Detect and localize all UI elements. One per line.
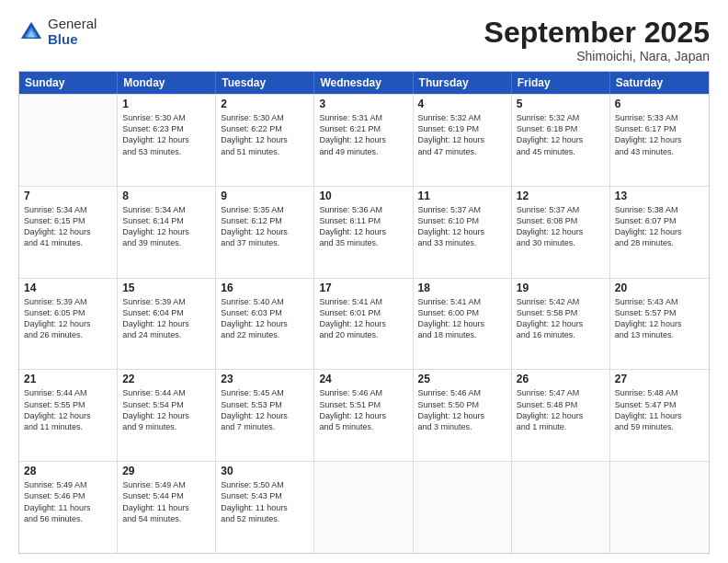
- cell-day-number: 9: [221, 190, 309, 202]
- cell-day-number: 29: [122, 465, 210, 477]
- cell-info: Sunrise: 5:46 AM Sunset: 5:50 PM Dayligh…: [418, 387, 506, 432]
- cell-day-number: 8: [122, 190, 210, 202]
- cell-day-number: 7: [24, 190, 112, 202]
- cell-day-number: 4: [418, 98, 506, 110]
- cell-day-number: 30: [221, 465, 309, 477]
- cell-day-number: 15: [122, 282, 210, 294]
- table-row: [610, 462, 709, 553]
- logo-blue: Blue: [48, 32, 97, 48]
- cell-day-number: 28: [24, 465, 112, 477]
- cell-day-number: 5: [517, 98, 605, 110]
- cell-day-number: 14: [24, 282, 112, 294]
- month-title: September 2025: [484, 17, 710, 49]
- cell-info: Sunrise: 5:47 AM Sunset: 5:48 PM Dayligh…: [517, 387, 605, 432]
- cell-info: Sunrise: 5:39 AM Sunset: 6:05 PM Dayligh…: [24, 296, 112, 341]
- cell-day-number: 27: [615, 373, 704, 385]
- table-row: 11Sunrise: 5:37 AM Sunset: 6:10 PM Dayli…: [414, 187, 512, 278]
- table-row: 22Sunrise: 5:44 AM Sunset: 5:54 PM Dayli…: [118, 370, 216, 461]
- cell-day-number: 16: [221, 282, 309, 294]
- table-row: 1Sunrise: 5:30 AM Sunset: 6:23 PM Daylig…: [118, 95, 216, 186]
- header-day-saturday: Saturday: [610, 72, 709, 94]
- header-day-thursday: Thursday: [414, 72, 512, 94]
- table-row: 12Sunrise: 5:37 AM Sunset: 6:08 PM Dayli…: [512, 187, 610, 278]
- table-row: 8Sunrise: 5:34 AM Sunset: 6:14 PM Daylig…: [118, 187, 216, 278]
- cell-info: Sunrise: 5:49 AM Sunset: 5:44 PM Dayligh…: [122, 479, 210, 524]
- table-row: 13Sunrise: 5:38 AM Sunset: 6:07 PM Dayli…: [610, 187, 709, 278]
- table-row: 14Sunrise: 5:39 AM Sunset: 6:05 PM Dayli…: [19, 279, 118, 370]
- calendar-row-1: 1Sunrise: 5:30 AM Sunset: 6:23 PM Daylig…: [19, 94, 709, 186]
- cell-day-number: 6: [615, 98, 704, 110]
- cell-day-number: 3: [319, 98, 407, 110]
- page: General Blue September 2025 Shimoichi, N…: [0, 0, 728, 563]
- header-day-friday: Friday: [512, 72, 610, 94]
- cell-day-number: 11: [418, 190, 506, 202]
- cell-info: Sunrise: 5:45 AM Sunset: 5:53 PM Dayligh…: [221, 387, 309, 432]
- logo-text: General Blue: [48, 17, 97, 47]
- table-row: 29Sunrise: 5:49 AM Sunset: 5:44 PM Dayli…: [118, 462, 216, 553]
- cell-day-number: 13: [615, 190, 704, 202]
- table-row: 4Sunrise: 5:32 AM Sunset: 6:19 PM Daylig…: [414, 95, 512, 186]
- cell-day-number: 18: [418, 282, 506, 294]
- header-day-monday: Monday: [118, 72, 216, 94]
- cell-info: Sunrise: 5:36 AM Sunset: 6:11 PM Dayligh…: [319, 204, 407, 249]
- calendar-row-2: 7Sunrise: 5:34 AM Sunset: 6:15 PM Daylig…: [19, 186, 709, 278]
- cell-day-number: 25: [418, 373, 506, 385]
- cell-info: Sunrise: 5:44 AM Sunset: 5:55 PM Dayligh…: [24, 387, 112, 432]
- cell-info: Sunrise: 5:46 AM Sunset: 5:51 PM Dayligh…: [319, 387, 407, 432]
- calendar-body: 1Sunrise: 5:30 AM Sunset: 6:23 PM Daylig…: [19, 94, 709, 553]
- table-row: 28Sunrise: 5:49 AM Sunset: 5:46 PM Dayli…: [19, 462, 118, 553]
- calendar: SundayMondayTuesdayWednesdayThursdayFrid…: [18, 71, 710, 554]
- table-row: 3Sunrise: 5:31 AM Sunset: 6:21 PM Daylig…: [314, 95, 413, 186]
- cell-info: Sunrise: 5:42 AM Sunset: 5:58 PM Dayligh…: [517, 296, 605, 341]
- table-row: 25Sunrise: 5:46 AM Sunset: 5:50 PM Dayli…: [414, 370, 512, 461]
- cell-info: Sunrise: 5:49 AM Sunset: 5:46 PM Dayligh…: [24, 479, 112, 524]
- table-row: [314, 462, 413, 553]
- table-row: 30Sunrise: 5:50 AM Sunset: 5:43 PM Dayli…: [216, 462, 314, 553]
- table-row: 21Sunrise: 5:44 AM Sunset: 5:55 PM Dayli…: [19, 370, 118, 461]
- cell-day-number: 24: [319, 373, 407, 385]
- cell-info: Sunrise: 5:37 AM Sunset: 6:08 PM Dayligh…: [517, 204, 605, 249]
- table-row: 16Sunrise: 5:40 AM Sunset: 6:03 PM Dayli…: [216, 279, 314, 370]
- cell-info: Sunrise: 5:40 AM Sunset: 6:03 PM Dayligh…: [221, 296, 309, 341]
- cell-day-number: 10: [319, 190, 407, 202]
- cell-day-number: 20: [615, 282, 704, 294]
- cell-day-number: 1: [122, 98, 210, 110]
- cell-info: Sunrise: 5:30 AM Sunset: 6:23 PM Dayligh…: [122, 112, 210, 157]
- cell-info: Sunrise: 5:32 AM Sunset: 6:19 PM Dayligh…: [418, 112, 506, 157]
- header-day-wednesday: Wednesday: [314, 72, 413, 94]
- calendar-row-4: 21Sunrise: 5:44 AM Sunset: 5:55 PM Dayli…: [19, 369, 709, 461]
- cell-day-number: 21: [24, 373, 112, 385]
- header-day-tuesday: Tuesday: [216, 72, 314, 94]
- cell-day-number: 22: [122, 373, 210, 385]
- cell-info: Sunrise: 5:37 AM Sunset: 6:10 PM Dayligh…: [418, 204, 506, 249]
- table-row: 24Sunrise: 5:46 AM Sunset: 5:51 PM Dayli…: [314, 370, 413, 461]
- cell-day-number: 17: [319, 282, 407, 294]
- table-row: 9Sunrise: 5:35 AM Sunset: 6:12 PM Daylig…: [216, 187, 314, 278]
- cell-day-number: 26: [517, 373, 605, 385]
- table-row: 26Sunrise: 5:47 AM Sunset: 5:48 PM Dayli…: [512, 370, 610, 461]
- cell-info: Sunrise: 5:35 AM Sunset: 6:12 PM Dayligh…: [221, 204, 309, 249]
- cell-day-number: 2: [221, 98, 309, 110]
- table-row: 5Sunrise: 5:32 AM Sunset: 6:18 PM Daylig…: [512, 95, 610, 186]
- cell-info: Sunrise: 5:38 AM Sunset: 6:07 PM Dayligh…: [615, 204, 704, 249]
- table-row: 6Sunrise: 5:33 AM Sunset: 6:17 PM Daylig…: [610, 95, 709, 186]
- cell-info: Sunrise: 5:33 AM Sunset: 6:17 PM Dayligh…: [615, 112, 704, 157]
- cell-day-number: 12: [517, 190, 605, 202]
- cell-info: Sunrise: 5:48 AM Sunset: 5:47 PM Dayligh…: [615, 387, 704, 432]
- cell-info: Sunrise: 5:34 AM Sunset: 6:14 PM Dayligh…: [122, 204, 210, 249]
- table-row: 27Sunrise: 5:48 AM Sunset: 5:47 PM Dayli…: [610, 370, 709, 461]
- table-row: [19, 95, 118, 186]
- title-block: September 2025 Shimoichi, Nara, Japan: [484, 17, 710, 63]
- table-row: 18Sunrise: 5:41 AM Sunset: 6:00 PM Dayli…: [414, 279, 512, 370]
- header: General Blue September 2025 Shimoichi, N…: [18, 17, 710, 63]
- cell-info: Sunrise: 5:44 AM Sunset: 5:54 PM Dayligh…: [122, 387, 210, 432]
- logo-icon: [18, 19, 44, 45]
- table-row: 23Sunrise: 5:45 AM Sunset: 5:53 PM Dayli…: [216, 370, 314, 461]
- calendar-row-5: 28Sunrise: 5:49 AM Sunset: 5:46 PM Dayli…: [19, 461, 709, 553]
- cell-day-number: 19: [517, 282, 605, 294]
- table-row: 7Sunrise: 5:34 AM Sunset: 6:15 PM Daylig…: [19, 187, 118, 278]
- cell-info: Sunrise: 5:34 AM Sunset: 6:15 PM Dayligh…: [24, 204, 112, 249]
- cell-info: Sunrise: 5:32 AM Sunset: 6:18 PM Dayligh…: [517, 112, 605, 157]
- table-row: 17Sunrise: 5:41 AM Sunset: 6:01 PM Dayli…: [314, 279, 413, 370]
- table-row: 15Sunrise: 5:39 AM Sunset: 6:04 PM Dayli…: [118, 279, 216, 370]
